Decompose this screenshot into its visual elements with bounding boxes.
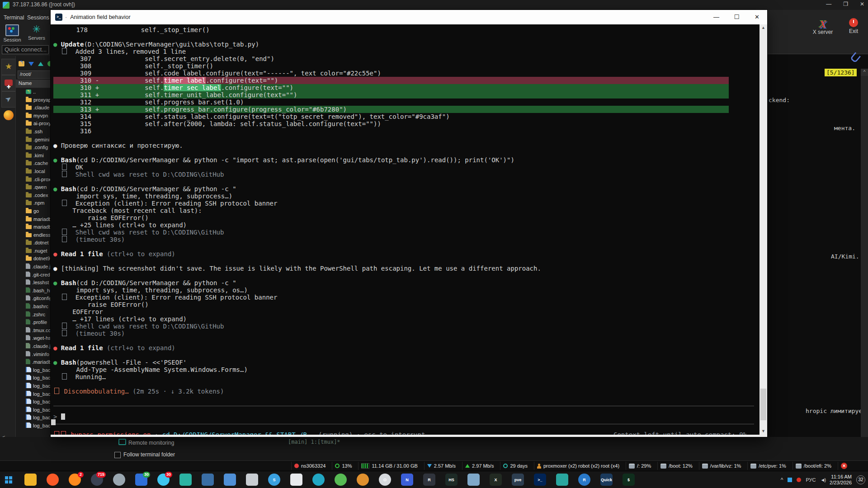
taskbar-icon-edge[interactable]: 30: [157, 474, 170, 486]
tray-clock[interactable]: 11:16 AM 2/23/2026: [830, 474, 852, 486]
send-plane-icon[interactable]: [1, 91, 16, 108]
taskbar-icon-app-dark[interactable]: 715: [91, 474, 103, 486]
taskbar-icon-pve[interactable]: pve: [512, 474, 524, 486]
taskbar-icon-app-gray[interactable]: [113, 474, 125, 486]
file-tree-item[interactable]: .wget-hst: [16, 334, 54, 343]
tray-chevron-icon[interactable]: ^: [781, 477, 783, 483]
taskbar-icon-opera[interactable]: O: [379, 474, 391, 486]
file-tree-item[interactable]: .git-crede: [16, 271, 54, 279]
file-tree-item[interactable]: go: [16, 207, 54, 216]
taskbar-icon-powershell[interactable]: >_: [534, 474, 546, 486]
file-tree-item[interactable]: .nuget: [16, 247, 54, 255]
claude-code-terminal[interactable]: 178 self._stop_timer()● Update(D:\CODING…: [51, 24, 760, 435]
window-maximize-button[interactable]: ☐: [726, 10, 747, 24]
taskbar-icon-chrome-green[interactable]: [335, 474, 347, 486]
tools-knife-icon[interactable]: [1, 75, 16, 91]
tray-app-icon[interactable]: [797, 478, 801, 482]
menu-sessions[interactable]: Sessions: [27, 14, 49, 21]
tray-app-icon[interactable]: [788, 478, 792, 482]
taskbar-icon-brave[interactable]: [47, 474, 59, 486]
file-tree-item[interactable]: .profile: [16, 319, 54, 327]
file-tree-item[interactable]: .kimi: [16, 152, 54, 160]
file-tree-item[interactable]: .bash_his: [16, 287, 54, 295]
globe-icon[interactable]: [4, 110, 14, 120]
remote-monitoring-label[interactable]: Remote monitoring: [118, 439, 174, 446]
file-tree-item[interactable]: mariadb-c: [16, 223, 54, 231]
window-close-button[interactable]: ✕: [747, 10, 767, 24]
file-tree-item[interactable]: .ssh: [16, 128, 54, 136]
taskbar-icon-money[interactable]: $: [623, 474, 635, 486]
upload-icon[interactable]: [38, 62, 43, 66]
window-minimize-button[interactable]: —: [706, 10, 726, 24]
file-tree-item[interactable]: log_backu: [16, 366, 54, 375]
taskbar-icon-app-r-blue[interactable]: R: [578, 474, 590, 486]
file-tree-item[interactable]: .gemini: [16, 136, 54, 144]
file-tree-item[interactable]: myvpn: [16, 112, 54, 120]
file-tree-item[interactable]: .dotnet: [16, 239, 54, 247]
taskbar-icon-cam[interactable]: [556, 474, 568, 486]
window-titlebar[interactable]: >_ · Animation field behavior — ☐ ✕: [51, 10, 767, 25]
speaker-icon[interactable]: ◄): [821, 477, 826, 483]
file-list-header[interactable]: Name: [16, 80, 54, 88]
x-server-button[interactable]: X X server: [809, 18, 836, 35]
language-indicator[interactable]: РУС: [806, 477, 816, 483]
notification-count-badge[interactable]: 32: [856, 475, 865, 484]
taskbar-icon-app-cyan[interactable]: [312, 474, 325, 486]
file-tree-item[interactable]: .viminfo: [16, 351, 54, 359]
file-tree-item[interactable]: log_backu: [16, 414, 54, 422]
file-tree-item[interactable]: ai-proxy-: [16, 120, 54, 128]
taskbar-icon-app-x[interactable]: X: [490, 474, 502, 486]
file-tree-item[interactable]: dotnet9: [16, 255, 54, 263]
window-scrollbar[interactable]: ▲ ▼: [760, 24, 767, 435]
quick-connect-input[interactable]: Quick connect...: [2, 45, 49, 54]
status-chip[interactable]: ✕: [838, 462, 852, 470]
taskbar-icon-hs[interactable]: HS: [445, 474, 458, 486]
file-tree-item[interactable]: mariadb-i: [16, 216, 54, 224]
file-tree-item[interactable]: .tmux.con: [16, 327, 54, 335]
mobax-minimize-button[interactable]: —: [826, 1, 831, 7]
taskbar-icon-app-teal[interactable]: [179, 474, 192, 486]
menu-terminal[interactable]: Terminal: [4, 14, 24, 21]
mobax-close-button[interactable]: ✕: [860, 1, 864, 7]
scrollbar-up-arrow[interactable]: ▲: [760, 24, 767, 31]
file-tree-item[interactable]: .cache: [16, 160, 54, 168]
file-tree-item[interactable]: .claude: [16, 104, 54, 112]
taskbar-icon-notepad[interactable]: [290, 474, 302, 486]
scrollbar-up-arrow[interactable]: ^: [861, 69, 868, 76]
taskbar-icon-file-explorer[interactable]: [24, 474, 37, 486]
file-tree-item[interactable]: .claude.js: [16, 263, 54, 271]
file-tree-item[interactable]: endlessh: [16, 231, 54, 239]
file-tree-item[interactable]: .lesshst: [16, 279, 54, 287]
file-tree-item[interactable]: log_backu: [16, 398, 54, 406]
taskbar-icon-app-n[interactable]: N: [401, 474, 413, 486]
file-tree-item[interactable]: .bashrc: [16, 303, 54, 311]
session-button[interactable]: Session: [2, 24, 23, 42]
file-tree-item[interactable]: log_backu: [16, 374, 54, 382]
folder-up-icon[interactable]: [19, 61, 24, 66]
mobax-restore-button[interactable]: ❐: [843, 1, 848, 7]
file-tree-item[interactable]: .gitconfig: [16, 295, 54, 303]
download-icon[interactable]: [28, 62, 34, 66]
file-tree-item[interactable]: log_backu: [16, 390, 54, 399]
taskbar-icon-app-r-dark[interactable]: R: [423, 474, 435, 486]
scrollbar-down-arrow[interactable]: ▼: [760, 428, 767, 435]
file-tree-item[interactable]: .qwen: [16, 183, 54, 192]
taskbar-icon-app-light[interactable]: [246, 474, 258, 486]
taskbar-icon-app-steel[interactable]: [467, 474, 480, 486]
file-tree-item[interactable]: ..: [16, 88, 54, 96]
taskbar-icon-chrome-orange[interactable]: [357, 474, 369, 486]
file-tree-item[interactable]: .npm: [16, 199, 54, 207]
taskbar-icon-app-blue[interactable]: 30: [135, 474, 147, 486]
scrollbar-thumb[interactable]: [760, 389, 766, 420]
right-terminal-scrollbar[interactable]: [861, 69, 868, 456]
file-tree-item[interactable]: .cli-prox: [16, 176, 54, 184]
taskbar-icon-quick[interactable]: Quick: [600, 474, 613, 486]
file-tree-item[interactable]: log_backu: [16, 382, 54, 390]
favorites-star-icon[interactable]: [1, 59, 16, 75]
file-tree-item[interactable]: log_backu: [16, 422, 54, 430]
taskbar-icon-start[interactable]: [2, 474, 14, 486]
file-tree-item[interactable]: .local: [16, 168, 54, 176]
taskbar-icon-skype[interactable]: S: [268, 474, 280, 486]
follow-terminal-folder-checkbox[interactable]: [114, 452, 121, 458]
file-tree-item[interactable]: log_backu: [16, 406, 54, 414]
